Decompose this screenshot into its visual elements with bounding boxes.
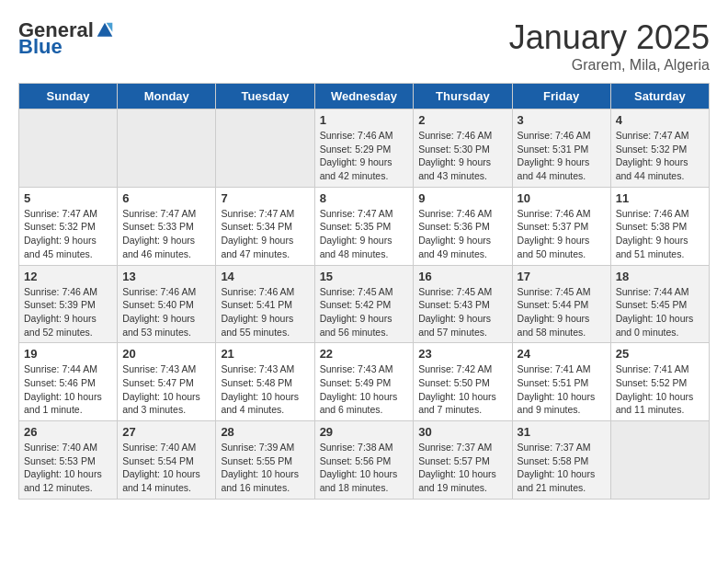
logo: General Blue <box>18 18 114 59</box>
day-info: Sunrise: 7:37 AM Sunset: 5:57 PM Dayligh… <box>418 441 506 495</box>
day-number: 25 <box>616 347 704 361</box>
calendar-cell: 30Sunrise: 7:37 AM Sunset: 5:57 PM Dayli… <box>414 421 512 500</box>
day-info: Sunrise: 7:46 AM Sunset: 5:39 PM Dayligh… <box>24 285 112 339</box>
day-number: 22 <box>320 347 409 361</box>
calendar-cell: 19Sunrise: 7:44 AM Sunset: 5:46 PM Dayli… <box>19 343 118 421</box>
title-block: January 2025 Grarem, Mila, Algeria <box>509 18 710 74</box>
day-number: 4 <box>616 113 704 127</box>
day-info: Sunrise: 7:41 AM Sunset: 5:52 PM Dayligh… <box>616 362 704 417</box>
day-number: 18 <box>616 270 704 283</box>
day-number: 3 <box>518 113 606 127</box>
header-saturday: Saturday <box>610 84 709 109</box>
calendar-cell: 4Sunrise: 7:47 AM Sunset: 5:32 PM Daylig… <box>610 109 709 188</box>
calendar-cell: 1Sunrise: 7:46 AM Sunset: 5:29 PM Daylig… <box>314 109 414 188</box>
day-number: 6 <box>122 191 210 205</box>
calendar-cell: 15Sunrise: 7:45 AM Sunset: 5:42 PM Dayli… <box>314 265 414 343</box>
calendar-cell: 12Sunrise: 7:46 AM Sunset: 5:39 PM Dayli… <box>19 265 118 343</box>
day-number: 27 <box>122 425 210 439</box>
day-number: 9 <box>418 191 506 205</box>
day-info: Sunrise: 7:46 AM Sunset: 5:37 PM Dayligh… <box>518 207 606 261</box>
day-number: 24 <box>518 347 606 361</box>
calendar-cell: 23Sunrise: 7:42 AM Sunset: 5:50 PM Dayli… <box>414 343 512 421</box>
day-number: 5 <box>24 191 112 205</box>
day-number: 28 <box>221 425 309 439</box>
day-number: 8 <box>320 191 409 205</box>
day-info: Sunrise: 7:37 AM Sunset: 5:58 PM Dayligh… <box>518 441 606 495</box>
day-info: Sunrise: 7:46 AM Sunset: 5:31 PM Dayligh… <box>518 129 606 183</box>
day-number: 20 <box>122 347 210 361</box>
day-number: 12 <box>24 270 112 283</box>
day-info: Sunrise: 7:45 AM Sunset: 5:43 PM Dayligh… <box>418 285 506 339</box>
day-info: Sunrise: 7:40 AM Sunset: 5:54 PM Dayligh… <box>122 441 210 495</box>
calendar-cell: 7Sunrise: 7:47 AM Sunset: 5:34 PM Daylig… <box>216 187 314 265</box>
calendar-week-row: 26Sunrise: 7:40 AM Sunset: 5:53 PM Dayli… <box>19 421 710 500</box>
calendar-cell: 3Sunrise: 7:46 AM Sunset: 5:31 PM Daylig… <box>512 109 610 188</box>
calendar-week-row: 1Sunrise: 7:46 AM Sunset: 5:29 PM Daylig… <box>19 109 710 188</box>
day-info: Sunrise: 7:45 AM Sunset: 5:44 PM Dayligh… <box>518 285 606 339</box>
calendar-cell: 9Sunrise: 7:46 AM Sunset: 5:36 PM Daylig… <box>414 187 512 265</box>
day-info: Sunrise: 7:46 AM Sunset: 5:38 PM Dayligh… <box>616 207 704 261</box>
day-info: Sunrise: 7:38 AM Sunset: 5:56 PM Dayligh… <box>320 441 409 495</box>
logo-icon <box>96 21 114 40</box>
day-number: 13 <box>122 270 210 283</box>
calendar-cell: 26Sunrise: 7:40 AM Sunset: 5:53 PM Dayli… <box>19 421 118 500</box>
calendar-cell: 31Sunrise: 7:37 AM Sunset: 5:58 PM Dayli… <box>512 421 610 500</box>
calendar-cell: 11Sunrise: 7:46 AM Sunset: 5:38 PM Dayli… <box>610 187 709 265</box>
day-number: 26 <box>24 425 112 439</box>
day-number: 1 <box>320 113 409 127</box>
day-info: Sunrise: 7:43 AM Sunset: 5:48 PM Dayligh… <box>221 362 309 417</box>
day-number: 23 <box>418 347 506 361</box>
day-number: 2 <box>418 113 506 127</box>
header-friday: Friday <box>512 84 610 109</box>
header-thursday: Thursday <box>414 84 512 109</box>
day-number: 10 <box>518 191 606 205</box>
page-header: General Blue January 2025 Grarem, Mila, … <box>18 18 710 74</box>
calendar-cell: 27Sunrise: 7:40 AM Sunset: 5:54 PM Dayli… <box>118 421 216 500</box>
calendar-cell: 28Sunrise: 7:39 AM Sunset: 5:55 PM Dayli… <box>216 421 314 500</box>
day-number: 21 <box>221 347 309 361</box>
calendar-cell: 24Sunrise: 7:41 AM Sunset: 5:51 PM Dayli… <box>512 343 610 421</box>
calendar-cell: 13Sunrise: 7:46 AM Sunset: 5:40 PM Dayli… <box>118 265 216 343</box>
calendar-week-row: 12Sunrise: 7:46 AM Sunset: 5:39 PM Dayli… <box>19 265 710 343</box>
logo-blue-text: Blue <box>18 35 63 59</box>
calendar-cell: 17Sunrise: 7:45 AM Sunset: 5:44 PM Dayli… <box>512 265 610 343</box>
day-info: Sunrise: 7:47 AM Sunset: 5:34 PM Dayligh… <box>221 207 309 261</box>
calendar-cell: 25Sunrise: 7:41 AM Sunset: 5:52 PM Dayli… <box>610 343 709 421</box>
day-number: 7 <box>221 191 309 205</box>
header-tuesday: Tuesday <box>216 84 314 109</box>
day-info: Sunrise: 7:47 AM Sunset: 5:33 PM Dayligh… <box>122 207 210 261</box>
day-info: Sunrise: 7:46 AM Sunset: 5:36 PM Dayligh… <box>418 207 506 261</box>
calendar-week-row: 19Sunrise: 7:44 AM Sunset: 5:46 PM Dayli… <box>19 343 710 421</box>
day-info: Sunrise: 7:45 AM Sunset: 5:42 PM Dayligh… <box>320 285 409 339</box>
day-info: Sunrise: 7:42 AM Sunset: 5:50 PM Dayligh… <box>418 362 506 417</box>
day-info: Sunrise: 7:47 AM Sunset: 5:32 PM Dayligh… <box>24 207 112 261</box>
day-info: Sunrise: 7:47 AM Sunset: 5:35 PM Dayligh… <box>320 207 409 261</box>
day-info: Sunrise: 7:40 AM Sunset: 5:53 PM Dayligh… <box>24 441 112 495</box>
day-number: 19 <box>24 347 112 361</box>
location: Grarem, Mila, Algeria <box>509 57 710 74</box>
month-title: January 2025 <box>509 18 710 57</box>
calendar-week-row: 5Sunrise: 7:47 AM Sunset: 5:32 PM Daylig… <box>19 187 710 265</box>
calendar: SundayMondayTuesdayWednesdayThursdayFrid… <box>18 83 710 500</box>
day-info: Sunrise: 7:43 AM Sunset: 5:47 PM Dayligh… <box>122 362 210 417</box>
calendar-cell: 5Sunrise: 7:47 AM Sunset: 5:32 PM Daylig… <box>19 187 118 265</box>
day-info: Sunrise: 7:46 AM Sunset: 5:29 PM Dayligh… <box>320 129 409 183</box>
day-info: Sunrise: 7:43 AM Sunset: 5:49 PM Dayligh… <box>320 362 409 417</box>
day-number: 15 <box>320 270 409 283</box>
calendar-cell: 16Sunrise: 7:45 AM Sunset: 5:43 PM Dayli… <box>414 265 512 343</box>
day-info: Sunrise: 7:46 AM Sunset: 5:30 PM Dayligh… <box>418 129 506 183</box>
calendar-cell: 20Sunrise: 7:43 AM Sunset: 5:47 PM Dayli… <box>118 343 216 421</box>
day-info: Sunrise: 7:44 AM Sunset: 5:45 PM Dayligh… <box>616 285 704 339</box>
day-info: Sunrise: 7:44 AM Sunset: 5:46 PM Dayligh… <box>24 362 112 417</box>
calendar-cell: 6Sunrise: 7:47 AM Sunset: 5:33 PM Daylig… <box>118 187 216 265</box>
day-number: 29 <box>320 425 409 439</box>
day-info: Sunrise: 7:46 AM Sunset: 5:40 PM Dayligh… <box>122 285 210 339</box>
calendar-cell <box>118 109 216 188</box>
calendar-cell: 18Sunrise: 7:44 AM Sunset: 5:45 PM Dayli… <box>610 265 709 343</box>
calendar-cell: 10Sunrise: 7:46 AM Sunset: 5:37 PM Dayli… <box>512 187 610 265</box>
header-wednesday: Wednesday <box>314 84 414 109</box>
day-info: Sunrise: 7:47 AM Sunset: 5:32 PM Dayligh… <box>616 129 704 183</box>
day-number: 31 <box>518 425 606 439</box>
header-sunday: Sunday <box>19 84 118 109</box>
day-number: 11 <box>616 191 704 205</box>
